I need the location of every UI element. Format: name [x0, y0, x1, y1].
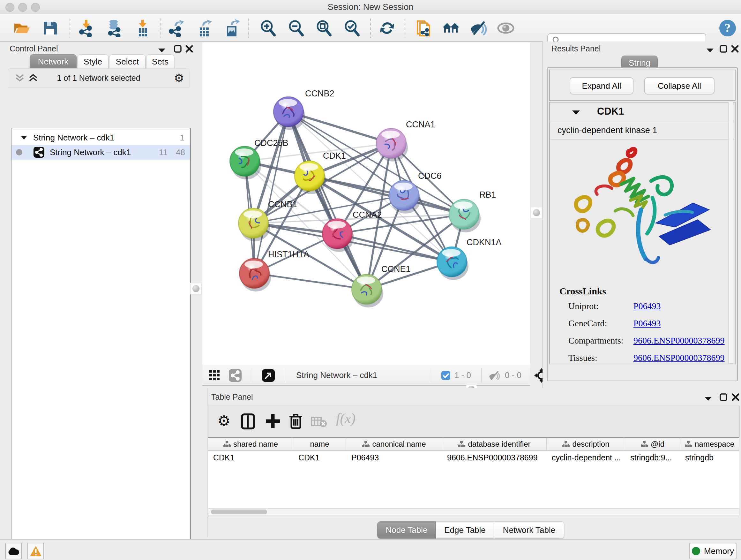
network-canvas[interactable]: CCNB2CCNA1CDC25BCDK1CDC6RB1CCNB1CCNA2CDK…	[202, 43, 530, 365]
crosslink-tissues-link[interactable]: 9606.ENSP00000378699	[633, 353, 724, 363]
control-panel: Control Panel Network Style Select Sets …	[3, 42, 189, 535]
refresh-button[interactable]	[377, 18, 397, 38]
left-splitter-handle[interactable]	[190, 283, 202, 294]
column-header-databaseidentifier[interactable]: database identifier	[442, 438, 547, 450]
network-node-hist1h1a[interactable]: HIST1H1A	[239, 250, 309, 292]
warning-status-button[interactable]	[27, 543, 44, 559]
expand-all-button[interactable]: Expand All	[569, 77, 633, 95]
network-node-count: 11	[159, 147, 167, 158]
table-cell[interactable]: CDK1	[208, 451, 293, 464]
network-options-gear-icon[interactable]: ⚙	[174, 71, 184, 84]
table-panel-float-icon[interactable]	[719, 393, 728, 401]
export-network-button[interactable]	[166, 18, 187, 38]
crosslink-label: Tissues:	[568, 353, 597, 363]
open-in-window-icon[interactable]	[262, 369, 275, 382]
tab-edge-table[interactable]: Edge Table	[436, 521, 494, 539]
control-panel-close-icon[interactable]	[185, 45, 193, 53]
table-cell[interactable]: stringdb:9...	[625, 451, 680, 464]
network-graph[interactable]: CCNB2CCNA1CDC25BCDK1CDC6RB1CCNB1CCNA2CDK…	[202, 43, 530, 365]
tab-select[interactable]: Select	[109, 54, 145, 69]
crosslink-genecard-link[interactable]: P06493	[633, 318, 661, 328]
memory-button[interactable]: Memory	[689, 543, 737, 559]
add-column-plus-icon[interactable]	[265, 414, 280, 429]
tab-network-table[interactable]: Network Table	[494, 521, 564, 539]
results-panel-float-icon[interactable]	[719, 45, 728, 53]
memory-status-dot-icon	[692, 547, 700, 555]
control-panel-float-icon[interactable]	[174, 45, 182, 53]
results-vertical-scrollbar[interactable]	[728, 102, 733, 364]
results-panel-menu-icon[interactable]	[706, 47, 715, 53]
export-image-button[interactable]	[222, 18, 242, 38]
gene-expander-icon[interactable]	[571, 110, 581, 115]
column-header-namespace[interactable]: namespace	[680, 438, 739, 450]
table-scrollbar-thumb[interactable]	[211, 509, 267, 514]
hidden-eye-icon[interactable]	[488, 370, 501, 381]
help-button[interactable]: ?	[718, 18, 738, 38]
zoom-out-button[interactable]	[286, 18, 307, 38]
gene-name: CDK1	[597, 106, 624, 117]
zoom-fit-button[interactable]	[314, 18, 334, 38]
collection-expander-icon[interactable]	[20, 135, 27, 140]
table-cell[interactable]: CDK1	[293, 451, 346, 464]
network-node-rb1[interactable]: RB1	[449, 190, 496, 233]
column-header-sharedname[interactable]: shared name	[208, 438, 293, 450]
tab-sets[interactable]: Sets	[146, 54, 174, 69]
table-horizontal-scrollbar[interactable]	[208, 508, 740, 516]
save-session-button[interactable]	[40, 18, 61, 38]
gene-header-row[interactable]: CDK1	[550, 103, 735, 122]
zoom-in-button[interactable]	[258, 18, 278, 38]
view-toolbar-divider	[285, 368, 285, 382]
crosslink-compartments-link[interactable]: 9606.ENSP00000378699	[633, 335, 724, 346]
import-network-from-file-button[interactable]	[76, 18, 96, 38]
column-header-name[interactable]: name	[293, 438, 346, 450]
network-node-ccne1[interactable]: CCNE1	[352, 264, 411, 307]
hide-unhide-button[interactable]	[468, 18, 489, 38]
node-label: CDC25B	[254, 138, 288, 148]
network-collection-row[interactable]: String Network – cdk1 1	[11, 130, 190, 145]
import-network-from-database-button[interactable]	[104, 18, 125, 38]
collapse-all-button[interactable]: Collapse All	[644, 77, 715, 95]
network-node-ccnb1[interactable]: CCNB1	[239, 199, 297, 241]
open-session-button[interactable]	[11, 18, 32, 38]
node-table[interactable]: shared namenamecanonical namedatabase id…	[208, 437, 739, 508]
import-network-icon	[77, 19, 95, 37]
right-splitter-handle[interactable]	[531, 207, 542, 219]
network-row-selected[interactable]: String Network – cdk1 11 48	[11, 145, 190, 160]
table-cell[interactable]: cyclin-dependent ...	[547, 451, 625, 464]
column-header-description[interactable]: description	[547, 438, 625, 450]
table-cell[interactable]: 9606.ENSP00000378699	[442, 451, 547, 464]
grid-view-icon[interactable]	[209, 370, 220, 381]
share-view-icon[interactable]	[228, 369, 242, 382]
show-columns-icon[interactable]	[241, 414, 255, 429]
network-node-ccna1[interactable]: CCNA1	[376, 120, 435, 162]
table-cell[interactable]: stringdb	[680, 451, 739, 464]
results-panel-close-icon[interactable]	[731, 45, 739, 53]
home-network-button[interactable]	[441, 18, 461, 38]
show-graphics-button[interactable]	[495, 18, 516, 38]
network-node-cdkn1a[interactable]: CDKN1A	[437, 238, 502, 280]
crosslink-label: Uniprot:	[568, 301, 599, 311]
collection-count: 1	[180, 133, 185, 143]
table-panel-close-icon[interactable]	[731, 393, 740, 401]
table-panel-menu-icon[interactable]	[704, 395, 713, 401]
tab-style[interactable]: Style	[77, 54, 109, 69]
node-label: CCNA1	[406, 120, 435, 129]
cloud-status-button[interactable]	[5, 543, 22, 559]
crosslink-uniprot-link[interactable]: P06493	[633, 301, 661, 311]
delete-trash-icon[interactable]	[289, 413, 303, 429]
table-row[interactable]: CDK1CDK1P064939606.ENSP00000378699cyclin…	[208, 451, 739, 464]
import-table-from-file-button[interactable]	[132, 18, 153, 38]
column-header-id[interactable]: @id	[625, 438, 680, 450]
network-file-share-button[interactable]	[414, 18, 434, 38]
selected-checkbox-icon[interactable]	[441, 371, 451, 380]
zoom-selected-button[interactable]	[342, 18, 362, 38]
table-cell[interactable]: P06493	[346, 451, 442, 464]
table-settings-gear-icon[interactable]: ⚙	[217, 412, 230, 429]
column-header-canonicalname[interactable]: canonical name	[346, 438, 442, 450]
view-toolbar-divider	[431, 368, 431, 382]
title-bar: Session: New Session	[0, 0, 741, 14]
tab-network[interactable]: Network	[30, 54, 77, 69]
tab-node-table[interactable]: Node Table	[377, 521, 436, 539]
control-panel-menu-icon[interactable]	[158, 47, 166, 53]
export-table-button[interactable]	[194, 18, 214, 38]
